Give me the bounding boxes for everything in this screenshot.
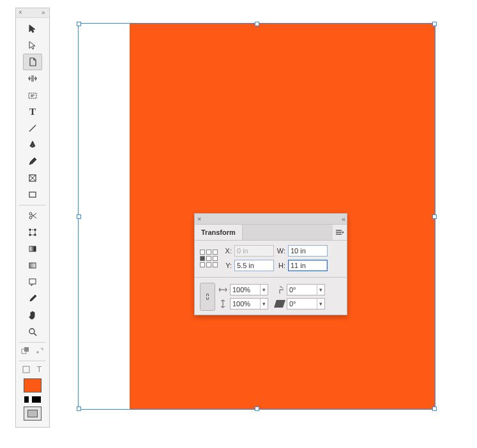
svg-point-2	[32, 145, 33, 146]
tools-panel-header[interactable]: × »	[16, 8, 49, 18]
format-strip-icon[interactable]	[24, 396, 41, 403]
chevron-down-icon[interactable]: ▾	[317, 299, 324, 309]
close-icon[interactable]: ×	[19, 10, 24, 15]
selection-tool[interactable]	[23, 20, 42, 37]
gradient-swatch-tool[interactable]	[23, 241, 42, 257]
h-label: H:	[276, 262, 285, 269]
direct-selection-tool[interactable]	[23, 37, 42, 54]
reference-point-proxy[interactable]	[200, 250, 218, 267]
scale-x-input[interactable]	[231, 285, 260, 295]
zoom-tool[interactable]	[23, 324, 42, 340]
rotate-input[interactable]	[287, 285, 317, 295]
rectangle-frame-tool[interactable]	[23, 170, 42, 186]
x-input[interactable]	[234, 245, 274, 257]
line-tool[interactable]	[23, 120, 42, 137]
svg-line-1	[29, 125, 36, 131]
pen-tool[interactable]	[23, 137, 42, 153]
eyedropper-tool[interactable]	[23, 290, 42, 307]
expand-icon[interactable]: »	[42, 10, 47, 15]
gap-tool[interactable]	[23, 70, 42, 87]
free-transform-tool[interactable]	[23, 224, 42, 241]
svg-point-13	[34, 229, 36, 231]
scale-y-icon	[218, 299, 228, 309]
chevron-down-icon[interactable]: ▾	[260, 299, 268, 309]
toolbar-divider-3	[19, 361, 46, 361]
svg-point-14	[29, 234, 31, 236]
collapse-icon[interactable]: «	[342, 215, 344, 223]
svg-rect-17	[29, 263, 36, 268]
pencil-tool[interactable]	[23, 153, 42, 170]
transform-tabs: Transform	[195, 225, 347, 241]
svg-rect-22	[24, 347, 29, 352]
tools-panel: × » T	[15, 8, 50, 428]
panel-divider	[195, 277, 347, 278]
svg-rect-18	[29, 279, 36, 284]
tab-well	[243, 225, 333, 240]
shear-input[interactable]	[287, 299, 317, 309]
rotate-combo[interactable]: ▾	[287, 284, 325, 295]
screen-mode-icon[interactable]	[24, 407, 42, 421]
note-tool[interactable]	[23, 274, 42, 290]
chevron-down-icon[interactable]: ▾	[317, 285, 324, 295]
shear-combo[interactable]: ▾	[287, 298, 325, 310]
page-tool[interactable]	[23, 54, 42, 70]
chevron-down-icon[interactable]: ▾	[260, 285, 268, 295]
h-input[interactable]	[288, 260, 328, 271]
svg-point-12	[29, 229, 31, 231]
scissors-tool[interactable]	[23, 207, 42, 224]
scale-y-input[interactable]	[231, 299, 260, 309]
toolbar-divider	[19, 205, 46, 205]
svg-rect-0	[29, 93, 36, 98]
svg-point-15	[34, 234, 36, 236]
svg-rect-23	[23, 366, 29, 373]
scale-x-combo[interactable]: ▾	[230, 284, 268, 295]
svg-rect-6	[29, 192, 36, 197]
apply-to-text-icon[interactable]: T	[34, 364, 45, 375]
svg-point-19	[29, 329, 34, 334]
content-collector-tool[interactable]	[23, 87, 42, 103]
panel-menu-icon[interactable]	[333, 225, 347, 240]
fill-color-swatch[interactable]	[24, 378, 42, 392]
rectangle-tool[interactable]	[23, 186, 42, 203]
apply-to-container-icon[interactable]	[20, 364, 32, 375]
transform-panel[interactable]: × « Transform X: W: Y: H:	[194, 213, 347, 315]
transform-panel-header[interactable]: × «	[195, 214, 347, 225]
fill-stroke-swap-icon[interactable]	[20, 346, 31, 356]
w-label: W:	[276, 247, 285, 255]
svg-line-20	[34, 333, 36, 336]
default-fill-stroke-icon[interactable]	[34, 346, 45, 356]
scale-x-icon	[218, 285, 228, 295]
close-icon[interactable]: ×	[197, 215, 201, 223]
svg-rect-16	[29, 246, 36, 251]
constrain-proportions-button[interactable]	[200, 283, 215, 311]
y-label: Y:	[223, 262, 232, 269]
shear-icon	[275, 299, 285, 309]
tool-list: T	[16, 18, 49, 427]
y-input[interactable]	[234, 260, 274, 271]
type-tool[interactable]: T	[23, 103, 42, 120]
scale-y-combo[interactable]: ▾	[230, 298, 268, 310]
rotate-icon	[275, 285, 285, 295]
transform-tab[interactable]: Transform	[195, 225, 243, 240]
toolbar-divider-2	[19, 342, 46, 343]
gradient-feather-tool[interactable]	[23, 257, 42, 274]
x-label: X:	[223, 247, 232, 255]
w-input[interactable]	[288, 245, 328, 257]
hand-tool[interactable]	[23, 307, 42, 324]
